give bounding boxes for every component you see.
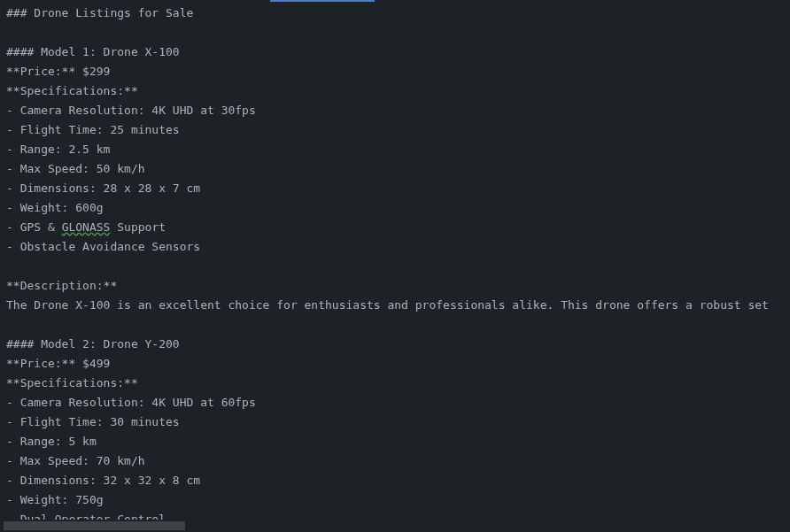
code-line[interactable]: - Weight: 600g [0,198,790,218]
code-line[interactable] [0,257,790,276]
code-line[interactable] [0,23,790,42]
code-line[interactable]: - GPS & GLONASS Support [0,218,790,237]
text-fragment: - GPS & [6,220,62,234]
horizontal-scrollbar-thumb[interactable] [4,521,185,530]
editor-viewport[interactable]: ### Drone Listings for Sale #### Model 1… [0,0,790,532]
code-line[interactable]: **Price:** $499 [0,354,790,374]
code-line[interactable]: - Dimensions: 32 x 32 x 8 cm [0,471,790,490]
code-line[interactable]: - Flight Time: 30 minutes [0,412,790,432]
code-line[interactable]: **Description:** [0,276,790,296]
code-line[interactable]: **Specifications:** [0,374,790,393]
horizontal-scrollbar[interactable] [0,520,790,532]
code-line[interactable]: **Specifications:** [0,81,790,101]
code-line[interactable]: - Flight Time: 25 minutes [0,120,790,140]
code-line[interactable]: - Camera Resolution: 4K UHD at 30fps [0,101,790,120]
code-line[interactable] [0,315,790,335]
code-line[interactable]: - Obstacle Avoidance Sensors [0,237,790,257]
spellcheck-warning[interactable]: GLONASS [62,220,111,234]
code-line[interactable]: - Camera Resolution: 4K UHD at 60fps [0,393,790,412]
vertical-scrollbar[interactable] [778,0,790,532]
code-line[interactable]: - Max Speed: 50 km/h [0,159,790,179]
code-line[interactable]: - Range: 2.5 km [0,140,790,159]
code-line[interactable]: - Dimensions: 28 x 28 x 7 cm [0,179,790,198]
text-fragment: Support [110,220,166,234]
code-line[interactable]: - Max Speed: 70 km/h [0,451,790,471]
active-tab-indicator [270,0,375,2]
code-line[interactable]: **Price:** $299 [0,62,790,81]
code-line[interactable]: ### Drone Listings for Sale [0,4,790,23]
code-line[interactable]: - Weight: 750g [0,490,790,510]
code-line[interactable]: #### Model 2: Drone Y-200 [0,335,790,354]
code-line[interactable]: - Range: 5 km [0,432,790,451]
code-line[interactable]: The Drone X-100 is an excellent choice f… [0,296,790,315]
code-line[interactable]: #### Model 1: Drone X-100 [0,42,790,62]
